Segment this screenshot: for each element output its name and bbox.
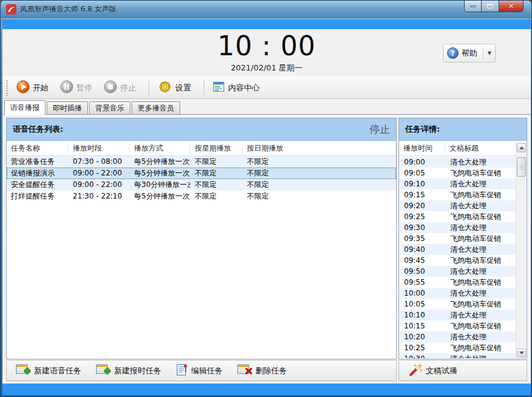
tab[interactable]: 更多播音员	[132, 101, 180, 114]
list-item[interactable]: 09:25 飞鸽电动车促销	[400, 211, 516, 222]
help-button[interactable]: ? 帮助 ▼	[443, 44, 496, 63]
start-button[interactable]: 开始	[13, 78, 54, 98]
maximize-button[interactable]	[482, 1, 499, 12]
settings-label: 设置	[175, 83, 191, 93]
cell-play-time: 09:00	[400, 157, 446, 168]
task-detail-panel: 任务详情: 播放时间 文稿标题 09:00 清仓大处理 09:05 飞鸽电动车促…	[399, 118, 527, 359]
list-item[interactable]: 09:55 飞鸽电动车促销	[400, 277, 516, 288]
cell-play-time: 09:45	[400, 255, 446, 266]
pause-button[interactable]: 暂停	[56, 78, 98, 98]
list-item[interactable]: 09:20 清仓大处理	[400, 200, 516, 211]
tab[interactable]: 即时插播	[47, 101, 88, 114]
trial-play-label: 文稿试播	[426, 365, 457, 376]
cell-play-mode: 每5分钟播放一次	[130, 191, 190, 202]
close-button[interactable]: ✕	[499, 1, 524, 12]
list-item[interactable]: 09:10 清仓大处理	[400, 178, 516, 189]
column-header[interactable]: 播放时段	[69, 143, 130, 154]
task-detail-header: 任务详情:	[399, 118, 527, 141]
list-item[interactable]: 09:05 飞鸽电动车促销	[400, 168, 516, 178]
tab[interactable]: 背景音乐	[89, 101, 130, 114]
list-item[interactable]: 09:45 飞鸽电动车促销	[400, 255, 516, 266]
list-item[interactable]: 10:20 清仓大处理	[400, 331, 516, 342]
column-header[interactable]: 播放时间	[399, 143, 445, 154]
toolbar-grip[interactable]	[6, 80, 8, 96]
list-item[interactable]: 10:10 清仓大处理	[400, 310, 516, 321]
scrollbar[interactable]	[516, 143, 526, 358]
pause-icon	[60, 80, 73, 95]
delete-task-button[interactable]: 删除任务	[233, 361, 291, 381]
trial-play-button[interactable]: 文稿试播	[404, 360, 462, 381]
column-header[interactable]: 文稿标题	[445, 143, 516, 154]
list-item[interactable]: 09:15 飞鸽电动车促销	[400, 189, 516, 200]
scroll-down-button[interactable]	[517, 348, 526, 358]
cell-date-rule: 不限定	[243, 179, 396, 191]
cell-play-period: 09:00 - 22:00	[69, 168, 130, 179]
minimize-button[interactable]	[464, 1, 482, 12]
cell-script-title: 飞鸽电动车促销	[446, 189, 516, 200]
list-item[interactable]: 09:35 飞鸽电动车促销	[400, 233, 516, 244]
scroll-up-button[interactable]	[517, 143, 526, 152]
content-center-icon	[213, 81, 225, 95]
content-center-button[interactable]: 内容中心	[209, 79, 265, 97]
cell-play-time: 09:25	[400, 211, 446, 222]
stop-label: 停止	[120, 83, 136, 93]
help-separator	[483, 47, 483, 60]
column-header[interactable]: 按星期播放	[190, 143, 243, 154]
scrollbar-thumb[interactable]	[517, 157, 526, 177]
pause-label: 暂停	[76, 83, 92, 93]
cell-script-title: 清仓大处理	[446, 157, 516, 168]
window-title: 凤凰智声播音大师 6.8 女声版	[20, 4, 116, 15]
cell-script-title: 飞鸽电动车促销	[446, 168, 516, 178]
cell-script-title: 飞鸽电动车促销	[446, 255, 516, 266]
column-header[interactable]: 播放方式	[130, 143, 190, 154]
cell-play-period: 09:00 - 22:00	[69, 179, 130, 191]
toolbar-separator	[149, 80, 149, 96]
cell-weekday-rule: 不限定	[190, 179, 243, 191]
cell-play-time: 10:15	[400, 321, 446, 331]
new-time-task-button[interactable]: 新建报时任务	[92, 361, 166, 381]
edit-task-button[interactable]: 编辑任务	[172, 361, 227, 381]
stop-icon	[104, 80, 117, 95]
cell-date-rule: 不限定	[243, 156, 396, 168]
bottom-accent-bar	[2, 383, 531, 395]
app-window: 凤凰智声播音大师 6.8 女声版 ✕ 10 : 00 2021/02/01 星期…	[0, 0, 532, 397]
top-accent-bar	[2, 19, 531, 29]
table-row[interactable]: 营业准备任务 07:30 - 08:00 每5分钟播放一次 不限定 不限定	[7, 156, 396, 168]
tab-bar: 语音播报 即时插播 背景音乐 更多播音员	[2, 99, 531, 114]
list-item[interactable]: 09:50 清仓大处理	[400, 266, 516, 277]
titlebar[interactable]: 凤凰智声播音大师 6.8 女声版 ✕	[1, 1, 531, 18]
chevron-down-icon[interactable]: ▼	[488, 50, 491, 56]
task-table-body: 营业准备任务 07:30 - 08:00 每5分钟播放一次 不限定 不限定 促销…	[7, 156, 396, 202]
list-item[interactable]: 10:15 飞鸽电动车促销	[400, 321, 516, 331]
cell-play-time: 10:10	[400, 310, 446, 321]
cell-script-title: 清仓大处理	[446, 310, 516, 321]
triangle-up-icon	[519, 146, 524, 149]
settings-button[interactable]: 设置	[154, 77, 197, 98]
cell-play-time: 10:05	[400, 299, 446, 310]
list-item[interactable]: 10:00 清仓大处理	[400, 288, 516, 299]
stop-button[interactable]: 停止	[100, 78, 141, 98]
sheet-plus-icon	[16, 363, 31, 378]
minimize-icon	[470, 5, 476, 7]
table-row[interactable]: 促销播报演示 09:00 - 22:00 每5分钟播放一次 不限定 不限定	[7, 168, 396, 179]
list-item[interactable]: 09:00 清仓大处理	[400, 157, 516, 168]
table-row[interactable]: 打烊提醒任务 21:30 - 22:10 每5分钟播放一次 不限定 不限定	[7, 191, 396, 202]
column-header[interactable]: 任务名称	[7, 143, 69, 154]
list-item[interactable]: 10:25 飞鸽电动车促销	[400, 342, 516, 353]
cell-script-title: 飞鸽电动车促销	[446, 321, 516, 331]
table-row[interactable]: 安全提醒任务 09:00 - 22:00 每30分钟播放一次 不限定 不限定	[7, 179, 396, 191]
column-header[interactable]: 按日期播放	[243, 143, 396, 154]
list-item[interactable]: 10:05 飞鸽电动车促销	[400, 299, 516, 310]
delete-task-label: 删除任务	[255, 365, 287, 376]
triangle-down-icon	[519, 351, 524, 355]
status-text: 停止	[369, 123, 390, 137]
cell-play-time: 10:00	[400, 288, 446, 299]
list-item[interactable]: 09:40 清仓大处理	[400, 244, 516, 255]
tab[interactable]: 语音播报	[4, 100, 45, 115]
new-voice-task-button[interactable]: 新建语音任务	[12, 361, 86, 381]
list-item[interactable]: 10:30 清仓大处理	[400, 353, 516, 358]
list-item[interactable]: 09:30 清仓大处理	[400, 222, 516, 233]
gear-icon	[158, 80, 172, 96]
cell-script-title: 清仓大处理	[446, 353, 516, 358]
close-icon: ✕	[508, 2, 514, 10]
